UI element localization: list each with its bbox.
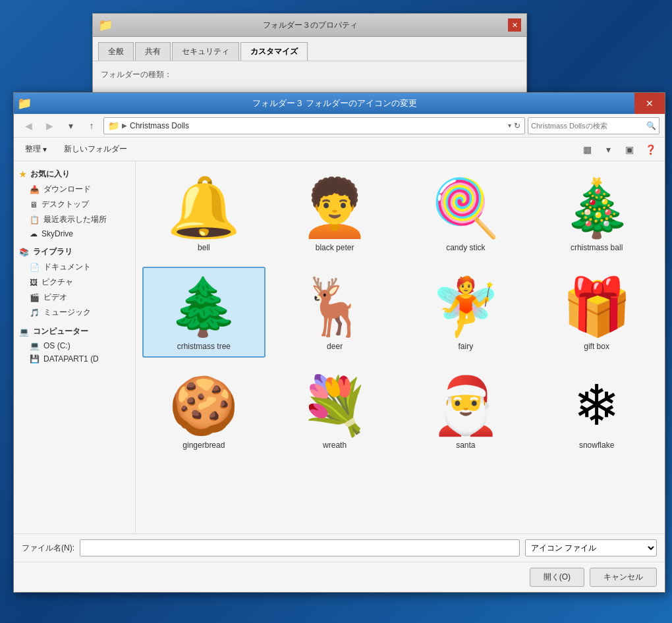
candy-stick-label: candy stick [446,243,485,252]
sidebar-item-video-label: ビデオ [43,292,67,303]
file-type-dropdown[interactable]: アイコン ファイル [525,539,657,556]
fairy-icon: 🧚 [433,273,499,339]
back-icon: ◀ [25,121,32,131]
desktop-icon: 🖥 [30,200,38,209]
fairy-label: fairy [459,342,474,351]
sidebar-item-pictures[interactable]: 🖼 ピクチャ [14,275,135,290]
sidebar-item-skydrive[interactable]: ☁ SkyDrive [14,227,135,240]
video-icon: 🎬 [30,293,40,302]
recent-icon: 📋 [30,215,40,225]
computer-header: 💻 コンピューター [14,324,135,339]
sidebar-item-download[interactable]: 📥 ダウンロード [14,182,135,197]
file-item-candy-stick[interactable]: 🍭 candy stick [405,168,528,259]
bg-dialog-close-button[interactable]: ✕ [508,18,521,32]
sidebar-item-c-drive[interactable]: 💻 OS (C:) [14,339,135,352]
d-drive-icon: 💾 [30,354,40,364]
bg-dialog-titlebar: 📁 フォルダー３のプロパティ ✕ [93,14,526,37]
file-item-black-peter[interactable]: 🧑‍🦱 black peter [273,168,397,259]
libraries-label: ライブラリ [33,246,72,257]
sidebar-item-desktop-label: デスクトップ [42,199,89,210]
cancel-button[interactable]: キャンセル [590,568,657,587]
sidebar-item-music[interactable]: 🎵 ミュージック [14,305,135,320]
view-icon-button[interactable]: ▦ [578,141,596,158]
crhistmass-tree-label: crhistmass tree [177,342,231,351]
santa-icon: 🎅 [433,372,499,438]
file-item-wreath[interactable]: 💐 wreath [273,366,397,456]
view-dropdown-button[interactable]: ▾ [599,141,617,158]
sidebar-item-music-label: ミュージック [43,307,91,318]
gingerbread-label: gingerbread [182,441,225,450]
sidebar-item-recent[interactable]: 📋 最近表示した場所 [14,212,135,227]
open-button[interactable]: 開く(O) [530,568,584,587]
sidebar-item-documents-label: ドキュメント [43,261,91,273]
back-button[interactable]: ◀ [19,117,38,134]
library-icon: 📚 [19,248,29,257]
gift-box-label: gift box [584,342,609,351]
view-chevron-icon: ▾ [606,144,611,155]
sidebar-item-c-drive-label: OS (C:) [43,341,70,350]
help-button[interactable]: ❓ [641,141,659,158]
crhistmass-ball-icon: 🎄 [564,175,630,240]
file-grid-container: 🔔 bell 🧑‍🦱 black peter 🍭 candy stick 🎄 c… [136,161,665,533]
bell-icon: 🔔 [171,175,237,240]
filename-input[interactable] [80,539,520,556]
forward-button[interactable]: ▶ [40,117,59,134]
sidebar-item-documents[interactable]: 📄 ドキュメント [14,259,135,275]
bg-tab-general[interactable]: 全般 [98,42,134,61]
download-folder-icon: 📥 [30,185,40,194]
main-close-button[interactable]: ✕ [634,93,665,114]
file-item-crhistmass-ball[interactable]: 🎄 crhistmass ball [535,168,658,259]
bg-tab-customize[interactable]: カスタマイズ [240,42,308,61]
organize-button[interactable]: 整理 ▾ [19,141,53,157]
file-item-deer[interactable]: 🦌 deer [273,267,397,358]
wreath-label: wreath [323,441,347,450]
file-item-crhistmass-tree[interactable]: 🌲 crhistmass tree [142,267,266,358]
titlebar-folder-icon: 📁 [14,93,35,114]
organize-left: 整理 ▾ 新しいフォルダー [19,141,133,157]
sidebar-item-desktop[interactable]: 🖥 デスクトップ [14,197,135,212]
search-icon: 🔍 [646,121,656,130]
search-bar: 🔍 [528,117,659,134]
address-dropdown-icon[interactable]: ▾ [508,122,511,129]
sidebar-item-video[interactable]: 🎬 ビデオ [14,290,135,305]
file-grid-scroll[interactable]: 🔔 bell 🧑‍🦱 black peter 🍭 candy stick 🎄 c… [136,161,665,533]
view-details-icon: ▣ [625,144,634,155]
libraries-section: 📚 ライブラリ 📄 ドキュメント 🖼 ピクチャ 🎬 ビデオ 🎵 ミ [14,244,135,320]
refresh-icon[interactable]: ↻ [514,121,520,130]
candy-stick-icon: 🍭 [433,175,499,240]
file-item-gingerbread[interactable]: 🍪 gingerbread [142,366,266,456]
file-grid: 🔔 bell 🧑‍🦱 black peter 🍭 candy stick 🎄 c… [142,168,658,463]
sidebar-item-d-drive[interactable]: 💾 DATAPART1 (D [14,352,135,366]
main-dialog-title: フォルダー３ フォルダーのアイコンの変更 [35,93,634,114]
file-item-snowflake[interactable]: ❄ snowflake [535,366,658,456]
organize-chevron-icon: ▾ [43,145,47,154]
bg-dialog: 📁 フォルダー３のプロパティ ✕ 全般 共有 セキュリティ カスタマイズ フォル… [92,13,527,94]
search-input[interactable] [531,122,644,130]
new-folder-label: 新しいフォルダー [64,144,127,155]
documents-icon: 📄 [30,263,40,272]
address-bar[interactable]: 📁 ▶ Christmass Dolls ▾ ↻ [103,117,525,134]
crhistmass-ball-label: crhistmass ball [571,243,623,252]
bg-dialog-tabs: 全般 共有 セキュリティ カスタマイズ [93,37,526,61]
address-chevron-icon: ▶ [122,122,127,129]
file-item-santa[interactable]: 🎅 santa [405,366,528,456]
file-item-gift-box[interactable]: 🎁 gift box [535,267,658,358]
bg-tab-share[interactable]: 共有 [135,42,171,61]
nav-dropdown-button[interactable]: ▾ [61,117,80,134]
address-bar-text: Christmass Dolls [130,121,505,130]
bg-tab-security[interactable]: セキュリティ [172,42,239,61]
file-item-fairy[interactable]: 🧚 fairy [405,267,528,358]
skydrive-icon: ☁ [30,229,38,238]
chevron-down-icon: ▾ [69,121,73,131]
file-item-bell[interactable]: 🔔 bell [142,168,266,259]
black-peter-label: black peter [316,243,354,252]
up-button[interactable]: ↑ [82,117,101,134]
favorites-label: お気に入り [30,169,70,180]
bg-dialog-content: フォルダーの種類： [93,61,526,94]
crhistmass-tree-icon: 🌲 [171,273,237,339]
gingerbread-icon: 🍪 [171,372,237,438]
view-details-button[interactable]: ▣ [620,141,638,158]
new-folder-button[interactable]: 新しいフォルダー [58,141,133,157]
computer-label: コンピューター [33,326,88,337]
gift-box-icon: 🎁 [564,273,630,339]
